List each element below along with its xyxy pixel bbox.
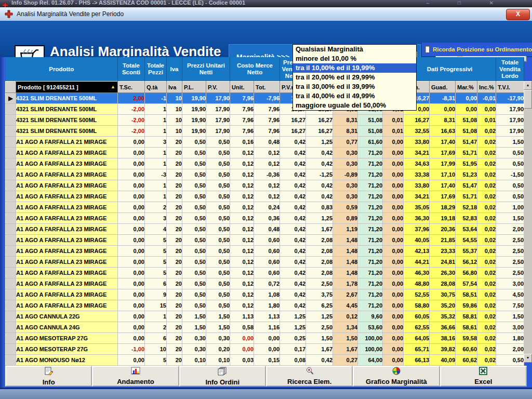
cell-value[interactable]: 0,50 xyxy=(206,300,230,311)
row-selector[interactable] xyxy=(6,300,16,311)
cell-value[interactable]: 71,20 xyxy=(358,268,383,278)
cell-value[interactable]: 2,50 xyxy=(496,246,524,257)
cell-value[interactable]: -0,36 xyxy=(254,169,280,180)
cell-value[interactable]: 71,20 xyxy=(358,300,383,311)
cell-value[interactable]: 0,00 xyxy=(118,278,145,289)
cell-value[interactable]: 0,00 xyxy=(118,246,145,257)
cell-value[interactable]: 0,00 xyxy=(456,104,477,115)
cell-value[interactable]: 0,00 xyxy=(383,322,404,333)
cell-value[interactable]: 0,12 xyxy=(230,289,254,300)
scrollbar-thumb[interactable] xyxy=(524,90,532,109)
cell-value[interactable]: 64,00 xyxy=(358,355,383,366)
cell-value[interactable]: 1,50 xyxy=(182,322,206,333)
cell-value[interactable]: 0,25 xyxy=(280,333,306,344)
cell-value[interactable]: 1,80 xyxy=(254,300,280,311)
cell-value[interactable]: 60,05 xyxy=(404,311,430,322)
cell-value[interactable]: 1,16 xyxy=(254,322,280,333)
cell-value[interactable]: 0,42 xyxy=(280,213,306,224)
cell-value[interactable]: 0,02 xyxy=(477,300,496,311)
cell-value[interactable]: 20 xyxy=(167,137,182,148)
cell-value[interactable]: 40,05 xyxy=(404,235,430,246)
column-header[interactable]: P.L. xyxy=(182,82,206,93)
cell-value[interactable]: 1,13 xyxy=(230,311,254,322)
cell-product[interactable]: A1 AGO A FARFALLA 23 MIRAGE xyxy=(16,278,118,289)
cell-value[interactable]: 4 xyxy=(145,224,167,235)
cell-value[interactable]: 0,00 xyxy=(383,213,404,224)
cell-value[interactable]: 20 xyxy=(167,148,182,158)
cell-value[interactable]: 0,00 xyxy=(383,257,404,268)
cell-value[interactable]: 0,02 xyxy=(477,169,496,180)
cell-value[interactable]: 71,20 xyxy=(358,246,383,257)
cell-value[interactable]: -7,96 xyxy=(254,93,280,104)
cell-value[interactable]: 20 xyxy=(167,169,182,180)
cell-value[interactable]: 17,69 xyxy=(430,148,456,158)
cell-value[interactable]: 9 xyxy=(145,289,167,300)
cell-value[interactable]: 0,03 xyxy=(230,355,254,366)
cell-value[interactable]: 0,02 xyxy=(477,202,496,213)
cell-value[interactable]: 0,50 xyxy=(182,137,206,148)
cell-value[interactable]: 0,50 xyxy=(182,289,206,300)
cell-value[interactable]: 100,00 xyxy=(358,333,383,344)
cell-value[interactable]: 8,31 xyxy=(430,115,456,126)
row-selector[interactable] xyxy=(6,126,16,137)
cell-value[interactable]: 0,00 xyxy=(383,148,404,158)
cell-value[interactable]: 57,54 xyxy=(456,278,477,289)
cell-value[interactable]: 0,00 xyxy=(118,268,145,278)
cell-value[interactable]: 0,02 xyxy=(477,224,496,235)
cell-value[interactable]: 20 xyxy=(167,355,182,366)
cell-value[interactable]: 0,00 xyxy=(118,169,145,180)
cell-value[interactable]: 0,00 xyxy=(230,344,254,355)
cell-value[interactable]: 0,42 xyxy=(280,257,306,268)
cell-value[interactable]: 20 xyxy=(167,235,182,246)
cell-value[interactable]: 1,25 xyxy=(280,311,306,322)
cell-value[interactable]: 2 xyxy=(145,322,167,333)
cell-value[interactable]: 0,02 xyxy=(477,268,496,278)
cell-value[interactable]: 0,20 xyxy=(206,344,230,355)
cell-value[interactable]: 0,02 xyxy=(477,180,496,191)
cell-value[interactable]: 71,20 xyxy=(358,202,383,213)
cell-value[interactable]: 17,40 xyxy=(430,137,456,148)
cell-value[interactable]: 71,20 xyxy=(358,180,383,191)
column-header[interactable]: Q.tà xyxy=(145,82,167,93)
cell-value[interactable]: 71,20 xyxy=(358,235,383,246)
cell-value[interactable]: 0,60 xyxy=(254,257,280,268)
cell-value[interactable]: 5 xyxy=(145,246,167,257)
column-header[interactable]: Inc.% xyxy=(477,82,496,93)
cell-value[interactable]: 33,80 xyxy=(404,180,430,191)
cell-value[interactable]: 0,16 xyxy=(230,137,254,148)
row-selector[interactable] xyxy=(6,169,16,180)
cell-value[interactable]: 17,69 xyxy=(430,191,456,202)
cell-product[interactable]: A1 AGO MONOUSO Nø12 xyxy=(16,355,118,366)
cell-value[interactable]: 0,50 xyxy=(206,213,230,224)
cell-value[interactable]: 0,89 xyxy=(333,213,358,224)
cell-value[interactable]: 0,12 xyxy=(230,180,254,191)
cell-value[interactable]: 1,48 xyxy=(333,268,358,278)
cell-value[interactable]: 19,90 xyxy=(182,115,206,126)
search-element-button[interactable]: Ricerca Elem. xyxy=(266,366,353,387)
cell-value[interactable]: 34,63 xyxy=(404,158,430,169)
cell-value[interactable]: 0,50 xyxy=(496,355,524,366)
cell-value[interactable]: 0,30 xyxy=(333,180,358,191)
cell-value[interactable]: -1,00 xyxy=(118,344,145,355)
cell-value[interactable]: 0,00 xyxy=(254,333,280,344)
cell-value[interactable]: 0,12 xyxy=(230,268,254,278)
cell-value[interactable]: 9,60 xyxy=(358,311,383,322)
cell-value[interactable]: 1,25 xyxy=(306,311,333,322)
cell-value[interactable]: 0,00 xyxy=(118,333,145,344)
cell-value[interactable]: 51,08 xyxy=(456,126,477,137)
orders-info-button[interactable]: Info Ordini xyxy=(179,366,266,387)
cell-value[interactable]: 32,55 xyxy=(404,126,430,137)
cell-value[interactable]: 20 xyxy=(167,322,182,333)
row-selector[interactable] xyxy=(6,191,16,202)
cell-value[interactable]: 1,78 xyxy=(333,278,358,289)
cell-value[interactable]: 0,50 xyxy=(182,180,206,191)
cell-value[interactable]: 52,55 xyxy=(404,289,430,300)
cell-value[interactable]: 60,60 xyxy=(456,344,477,355)
row-selector[interactable] xyxy=(6,268,16,278)
cell-value[interactable]: 0,02 xyxy=(477,333,496,344)
cell-value[interactable]: 37,96 xyxy=(404,224,430,235)
cell-value[interactable]: 6,25 xyxy=(306,300,333,311)
cell-value[interactable]: 0,00 xyxy=(383,333,404,344)
cell-value[interactable]: 0,00 xyxy=(383,158,404,169)
cell-value[interactable]: 17,99 xyxy=(430,158,456,169)
